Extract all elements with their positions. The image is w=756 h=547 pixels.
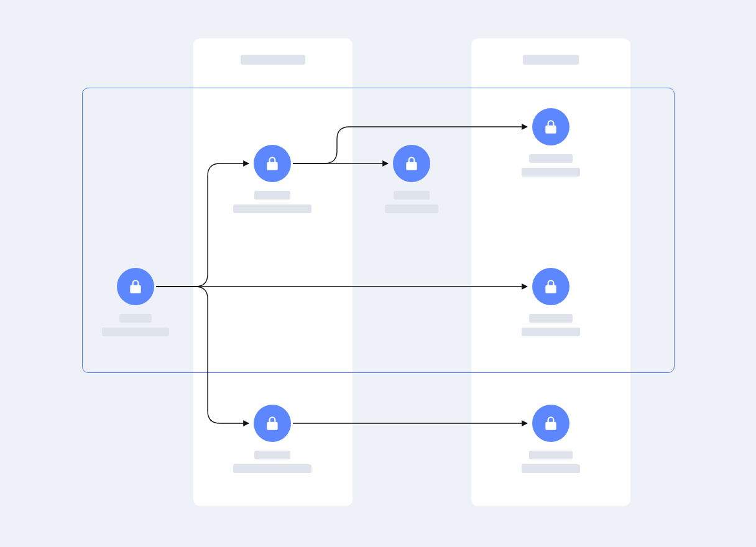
column-header-placeholder	[523, 55, 579, 65]
node-text-placeholder	[529, 451, 573, 459]
lock-icon	[264, 415, 280, 431]
lock-icon	[543, 119, 559, 135]
lock-node	[117, 268, 154, 305]
node-text-placeholder	[529, 154, 573, 163]
lock-icon	[127, 278, 144, 295]
node-text-placeholder	[254, 451, 290, 459]
node-text-placeholder	[102, 328, 169, 336]
node-text-placeholder	[522, 168, 580, 177]
lock-icon	[543, 278, 559, 295]
selection-box	[82, 88, 675, 373]
node-text-placeholder	[529, 314, 573, 323]
lock-node	[393, 145, 430, 182]
node-text-placeholder	[394, 191, 430, 200]
node-text-placeholder	[233, 464, 311, 473]
node-text-placeholder	[385, 205, 438, 213]
column-header-placeholder	[241, 55, 305, 65]
node-text-placeholder	[522, 328, 580, 336]
lock-node	[532, 108, 569, 145]
lock-node	[532, 268, 569, 305]
lock-icon	[543, 415, 559, 431]
node-text-placeholder	[233, 205, 311, 213]
lock-node	[254, 145, 291, 182]
node-text-placeholder	[522, 464, 580, 473]
node-text-placeholder	[119, 314, 152, 323]
lock-node	[532, 405, 569, 442]
lock-icon	[264, 155, 280, 172]
lock-node	[254, 405, 291, 442]
lock-icon	[403, 155, 420, 172]
node-text-placeholder	[254, 191, 290, 200]
